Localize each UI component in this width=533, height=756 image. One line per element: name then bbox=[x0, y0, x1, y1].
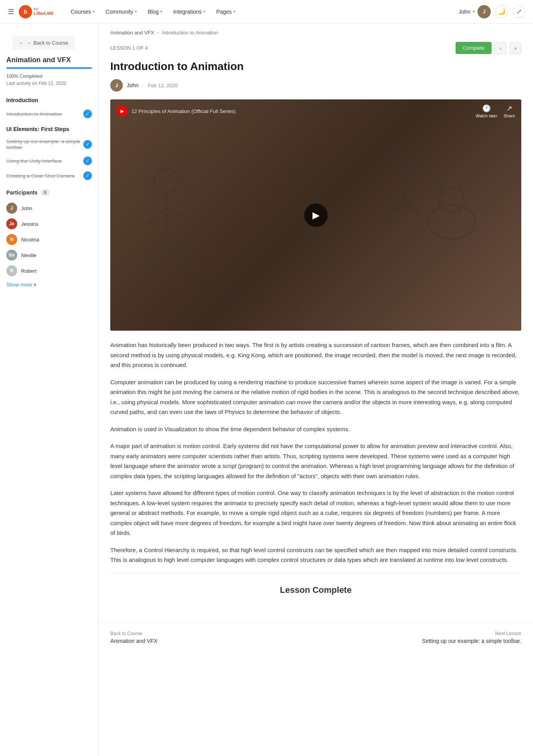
list-item: J John bbox=[6, 200, 92, 216]
section-introduction: Introduction bbox=[0, 92, 98, 106]
author-line: J John · Feb 12, 2020 bbox=[110, 79, 521, 92]
participants-title: Participants bbox=[6, 189, 38, 196]
article-title: Introduction to Animation bbox=[110, 60, 521, 73]
share-icon: ↗ bbox=[506, 104, 512, 113]
arrow-left-icon: ← bbox=[19, 40, 24, 46]
lesson-label: Creating a Clear Shot Camera bbox=[6, 173, 75, 179]
video-top-bar: ▶ 12 Principles of Animation (Official F… bbox=[110, 99, 521, 123]
chevron-down-icon: ▾ bbox=[160, 9, 162, 14]
lesson-complete-title: Lesson Complete bbox=[122, 585, 510, 595]
lesson-item[interactable]: Using the Unity Interface ✓ bbox=[0, 153, 98, 168]
user-menu[interactable]: John ▾ J bbox=[459, 5, 491, 18]
main-content: Animation and VFX › Introduction to Anim… bbox=[99, 23, 533, 756]
breadcrumb-separator: › bbox=[157, 30, 159, 36]
list-item: R Robert bbox=[6, 263, 92, 279]
avatar: J bbox=[6, 203, 17, 214]
nav-community[interactable]: Community ▾ bbox=[101, 5, 142, 18]
breadcrumb: Animation and VFX › Introduction to Anim… bbox=[99, 23, 533, 39]
progress-fill bbox=[6, 67, 92, 69]
play-button[interactable]: ▶ bbox=[304, 203, 328, 227]
avatar: N bbox=[6, 234, 17, 245]
watch-later-button[interactable]: 🕐 Watch later bbox=[476, 104, 497, 118]
video-container[interactable]: ▶ 12 Principles of Animation (Official F… bbox=[110, 99, 521, 331]
participant-name: Robert bbox=[21, 268, 36, 274]
section-ui-elements: UI Elements: First Steps bbox=[0, 121, 98, 135]
participants-section: Participants 8 J John Je Jessica N Nicol… bbox=[0, 183, 98, 297]
footer-nav: Back to Course Animation and VFX Next Le… bbox=[99, 623, 533, 652]
footer-next-link[interactable]: Setting up our example: a simple toolbar… bbox=[422, 638, 521, 644]
avatar: R bbox=[6, 265, 17, 276]
back-to-course-button[interactable]: ← ← Back to Course bbox=[13, 36, 75, 50]
nav-courses[interactable]: Courses ▾ bbox=[66, 5, 99, 18]
chevron-down-icon: ▾ bbox=[233, 9, 235, 14]
logo-icon: b bbox=[19, 5, 32, 18]
avatar: Je bbox=[6, 218, 17, 229]
nav-integrations[interactable]: Integrations ▾ bbox=[169, 5, 210, 18]
breadcrumb-course-link[interactable]: Animation and VFX bbox=[110, 30, 154, 36]
article-paragraph: Later systems have allowed for different… bbox=[110, 488, 521, 538]
chevron-down-icon: ▾ bbox=[473, 9, 475, 14]
author-avatar: J bbox=[110, 79, 123, 92]
check-icon: ✓ bbox=[83, 171, 92, 180]
header-left: ☰ b for LifterLMS Courses ▾ Community ▾ … bbox=[8, 5, 240, 18]
lesson-header: LESSON 1 OF 4 Complete ‹ › bbox=[99, 39, 533, 60]
prev-lesson-button[interactable]: ‹ bbox=[495, 42, 506, 54]
chevron-down-icon: ▾ bbox=[135, 9, 137, 14]
participants-count: 8 bbox=[41, 189, 50, 196]
last-activity: Last activity on Feb 12, 2020 bbox=[0, 81, 98, 92]
chevron-down-icon: ▾ bbox=[93, 9, 95, 14]
lesson-item[interactable]: Introduction to Animation ✓ bbox=[0, 106, 98, 121]
logo[interactable]: b for LifterLMS bbox=[19, 5, 54, 18]
footer-next-label: Next Lesson bbox=[422, 631, 521, 636]
nav-blog[interactable]: Blog ▾ bbox=[143, 5, 167, 18]
lesson-item[interactable]: Setting up our example: a simple toolbar… bbox=[0, 135, 98, 153]
lesson-label: Introduction to Animation bbox=[6, 111, 62, 117]
lesson-complete-section: Lesson Complete bbox=[110, 573, 521, 607]
avatar: J bbox=[477, 5, 491, 18]
participant-name: Jessica bbox=[21, 221, 38, 227]
participant-name: Neville bbox=[21, 252, 36, 258]
header-right: John ▾ J 🌙 ⤢ bbox=[459, 5, 525, 18]
footer-back: Back to Course Animation and VFX bbox=[110, 631, 158, 644]
next-lesson-button[interactable]: › bbox=[510, 42, 521, 54]
nav-pages[interactable]: Pages ▾ bbox=[212, 5, 240, 18]
footer-back-link[interactable]: Animation and VFX bbox=[110, 638, 158, 644]
participant-name: Nicolina bbox=[21, 237, 39, 243]
footer-back-label: Back to Course bbox=[110, 631, 158, 636]
video-title-bar: ▶ 12 Principles of Animation (Official F… bbox=[117, 106, 235, 117]
hamburger-icon[interactable]: ☰ bbox=[8, 7, 14, 16]
article-paragraph: Animation is used in Visualization to sh… bbox=[110, 424, 521, 434]
chevron-down-icon: ▾ bbox=[203, 9, 205, 14]
youtube-icon: ▶ bbox=[117, 106, 127, 117]
header: ☰ b for LifterLMS Courses ▾ Community ▾ … bbox=[0, 0, 533, 23]
check-icon: ✓ bbox=[83, 140, 92, 149]
clock-icon: 🕐 bbox=[482, 104, 491, 113]
logo-text: for LifterLMS bbox=[34, 7, 54, 16]
video-thumbnail: ▶ 12 Principles of Animation (Official F… bbox=[110, 99, 521, 331]
article-area: Introduction to Animation J John · Feb 1… bbox=[99, 60, 533, 623]
video-actions: 🕐 Watch later ↗ Share bbox=[476, 104, 515, 118]
chevron-down-icon: ▾ bbox=[34, 282, 36, 288]
article-paragraph: Computer animation can be produced by us… bbox=[110, 377, 521, 417]
dark-mode-icon[interactable]: 🌙 bbox=[495, 5, 508, 18]
expand-icon[interactable]: ⤢ bbox=[513, 5, 525, 18]
avatar: Ne bbox=[6, 250, 17, 261]
list-item: N Nicolina bbox=[6, 232, 92, 247]
layout: ← ← Back to Course Animation and VFX 100… bbox=[0, 23, 533, 756]
video-overlay: ▶ 12 Principles of Animation (Official F… bbox=[110, 99, 521, 331]
share-button[interactable]: ↗ Share bbox=[504, 104, 515, 118]
footer-next: Next Lesson Setting up our example: a si… bbox=[422, 631, 521, 644]
complete-button[interactable]: Complete bbox=[456, 42, 492, 54]
nav-menu: Courses ▾ Community ▾ Blog ▾ Integration… bbox=[66, 5, 240, 18]
lesson-label: Setting up our example: a simple toolbar… bbox=[6, 139, 83, 150]
show-more-button[interactable]: Show more ▾ bbox=[6, 279, 92, 291]
lesson-item[interactable]: Creating a Clear Shot Camera ✓ bbox=[0, 168, 98, 183]
participant-name: John bbox=[21, 205, 32, 211]
article-paragraph: A major part of animation is motion cont… bbox=[110, 441, 521, 481]
lesson-label: Using the Unity Interface bbox=[6, 158, 62, 164]
lesson-nav: Complete ‹ › bbox=[456, 42, 521, 54]
course-title: Animation and VFX bbox=[0, 56, 98, 67]
participants-header: Participants 8 bbox=[6, 189, 92, 196]
progress-text: 100% Completed bbox=[0, 72, 98, 81]
list-item: Je Jessica bbox=[6, 216, 92, 232]
